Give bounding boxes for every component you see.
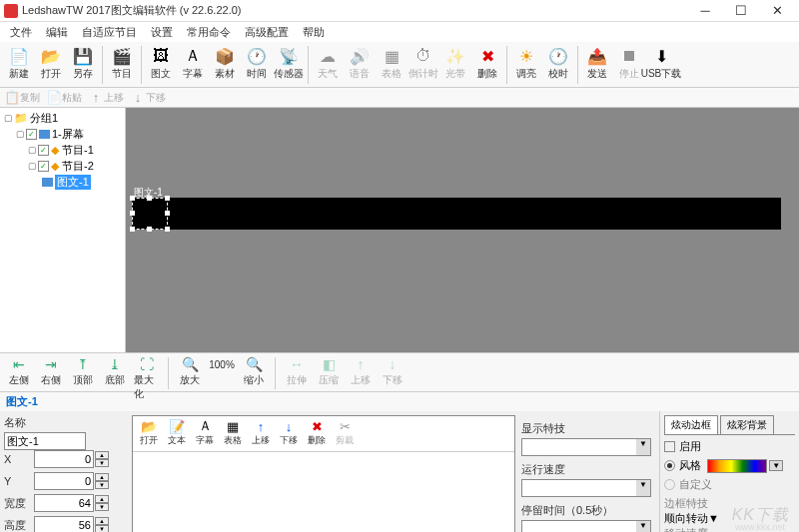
canvas[interactable]: 图文-1 bbox=[126, 108, 799, 352]
effects-panel: 显示特技 ▼ 运行速度 ▼ 停留时间（0.5秒） ▼ 字体样式 ▼ 字体色彩 ▼ bbox=[517, 411, 659, 532]
menu-帮助[interactable]: 帮助 bbox=[297, 23, 331, 42]
x-input[interactable] bbox=[34, 450, 94, 468]
align-toolbar: ⇤左侧⇥右侧⤒顶部⤓底部⛶最大化🔍放大100%🔍缩小↔拉伸◧压缩↑上移↓下移 bbox=[0, 352, 799, 392]
tree-group[interactable]: ▢📁分组1 bbox=[2, 110, 123, 126]
btn2-粘贴: 📄粘贴 bbox=[46, 90, 86, 106]
edit-上移[interactable]: ↑上移 bbox=[249, 418, 273, 447]
border-tabs: 炫动边框 炫彩背景 bbox=[664, 415, 795, 435]
edit-剪裁: ✂剪裁 bbox=[333, 418, 357, 447]
menu-自适应节目[interactable]: 自适应节目 bbox=[76, 23, 143, 42]
tab-background[interactable]: 炫彩背景 bbox=[720, 415, 774, 434]
selection-box[interactable] bbox=[132, 198, 168, 230]
window-buttons: ─ ☐ ✕ bbox=[687, 1, 795, 21]
menu-设置[interactable]: 设置 bbox=[145, 23, 179, 42]
edit-打开[interactable]: 📂打开 bbox=[137, 418, 161, 447]
btn-节目[interactable]: 🎬节目 bbox=[107, 44, 137, 83]
y-input[interactable] bbox=[34, 472, 94, 490]
menubar: 文件编辑自适应节目设置常用命令高级配置帮助 bbox=[0, 22, 799, 42]
name-input[interactable] bbox=[4, 432, 86, 450]
tree-prog2[interactable]: ▢✓◆ 节目-2 bbox=[2, 158, 123, 174]
style-preview[interactable] bbox=[707, 459, 767, 473]
edit-文本[interactable]: 📝文本 bbox=[165, 418, 189, 447]
btn-删除[interactable]: ✖删除 bbox=[472, 44, 502, 83]
bottom-panel: 名称 X▲▼ Y▲▼ 宽度▲▼ 高度▲▼ 📂打开📝文本Ａ字幕▦表格↑上移↓下移✖… bbox=[0, 411, 799, 532]
align-放大[interactable]: 🔍放大 bbox=[177, 355, 203, 387]
btn-传感器[interactable]: 📡传感器 bbox=[274, 44, 304, 83]
tree-panel: ▢📁分组1 ▢✓1-屏幕 ▢✓◆ 节目-1 ▢✓◆ 节目-2 图文-1 bbox=[0, 108, 126, 352]
minimize-button[interactable]: ─ bbox=[687, 1, 723, 21]
align-缩小[interactable]: 🔍缩小 bbox=[241, 355, 267, 387]
btn-USB下载[interactable]: ⬇USB下载 bbox=[646, 44, 676, 83]
btn-新建[interactable]: 📄新建 bbox=[4, 44, 34, 83]
canvas-content[interactable] bbox=[132, 198, 781, 230]
btn-打开[interactable]: 📂打开 bbox=[36, 44, 66, 83]
btn-倒计时: ⏱倒计时 bbox=[408, 44, 438, 83]
btn-时间[interactable]: 🕐时间 bbox=[242, 44, 272, 83]
custom-radio[interactable] bbox=[664, 479, 675, 490]
editor-panel: 📂打开📝文本Ａ字幕▦表格↑上移↓下移✖删除✂剪裁 bbox=[132, 415, 515, 532]
btn-调亮[interactable]: ☀调亮 bbox=[511, 44, 541, 83]
run-speed-combo[interactable]: ▼ bbox=[521, 479, 651, 497]
btn-字幕[interactable]: Ａ字幕 bbox=[178, 44, 208, 83]
edit-toolbar: 📋复制📄粘贴↑上移↓下移 bbox=[0, 88, 799, 108]
main-area: ▢📁分组1 ▢✓1-屏幕 ▢✓◆ 节目-1 ▢✓◆ 节目-2 图文-1 图文-1 bbox=[0, 108, 799, 352]
align-右侧[interactable]: ⇥右侧 bbox=[38, 355, 64, 387]
align-左侧[interactable]: ⇤左侧 bbox=[6, 355, 32, 387]
btn-另存[interactable]: 💾另存 bbox=[68, 44, 98, 83]
btn-语音: 🔊语音 bbox=[345, 44, 375, 83]
align-底部[interactable]: ⤓底部 bbox=[102, 355, 128, 387]
menu-文件[interactable]: 文件 bbox=[4, 23, 38, 42]
btn-素材[interactable]: 📦素材 bbox=[210, 44, 240, 83]
align-最大化[interactable]: ⛶最大化 bbox=[134, 355, 160, 401]
app-icon bbox=[4, 4, 18, 18]
window-title: LedshawTW 2017图文编辑软件 (v 22.6.22.0) bbox=[22, 3, 687, 18]
btn-天气: ☁天气 bbox=[313, 44, 343, 83]
tree-screen[interactable]: ▢✓1-屏幕 bbox=[2, 126, 123, 142]
btn-停止: ⏹停止 bbox=[614, 44, 644, 83]
border-panel: 炫动边框 炫彩背景 启用 风格 ▼ 自定义 边框特技 顺向转动▼ 移动速度 ▲▼ bbox=[659, 411, 799, 532]
align-顶部[interactable]: ⤒顶部 bbox=[70, 355, 96, 387]
tree-prog1[interactable]: ▢✓◆ 节目-1 bbox=[2, 142, 123, 158]
maximize-button[interactable]: ☐ bbox=[723, 1, 759, 21]
titlebar: LedshawTW 2017图文编辑软件 (v 22.6.22.0) ─ ☐ ✕ bbox=[0, 0, 799, 22]
btn-发送[interactable]: 📤发送 bbox=[582, 44, 612, 83]
tab-border[interactable]: 炫动边框 bbox=[664, 415, 718, 434]
menu-常用命令[interactable]: 常用命令 bbox=[181, 23, 237, 42]
btn-校时[interactable]: 🕐校时 bbox=[543, 44, 573, 83]
align-拉伸: ↔拉伸 bbox=[284, 355, 310, 387]
edit-下移[interactable]: ↓下移 bbox=[277, 418, 301, 447]
edit-删除[interactable]: ✖删除 bbox=[305, 418, 329, 447]
align-下移: ↓下移 bbox=[380, 355, 405, 387]
stay-time-combo[interactable]: ▼ bbox=[521, 520, 651, 532]
edit-字幕[interactable]: Ａ字幕 bbox=[193, 418, 217, 447]
editor-toolbar: 📂打开📝文本Ａ字幕▦表格↑上移↓下移✖删除✂剪裁 bbox=[133, 416, 514, 452]
close-button[interactable]: ✕ bbox=[759, 1, 795, 21]
height-input[interactable] bbox=[34, 516, 94, 532]
align-压缩: ◧压缩 bbox=[316, 355, 342, 387]
tree-item-selected[interactable]: 图文-1 bbox=[2, 174, 123, 190]
btn-光带: ✨光带 bbox=[440, 44, 470, 83]
btn2-上移: ↑上移 bbox=[88, 90, 128, 106]
btn2-复制: 📋复制 bbox=[4, 90, 44, 106]
enable-checkbox[interactable] bbox=[664, 441, 675, 452]
btn-图文[interactable]: 🖼图文 bbox=[146, 44, 176, 83]
editor-content[interactable] bbox=[133, 452, 514, 532]
width-input[interactable] bbox=[34, 494, 94, 512]
section-label: 图文-1 bbox=[0, 392, 799, 411]
menu-高级配置[interactable]: 高级配置 bbox=[239, 23, 295, 42]
btn2-下移: ↓下移 bbox=[130, 90, 170, 106]
menu-编辑[interactable]: 编辑 bbox=[40, 23, 74, 42]
align-上移: ↑上移 bbox=[348, 355, 374, 387]
border-tech-combo[interactable]: 顺向转动▼ bbox=[664, 511, 795, 526]
name-label: 名称 bbox=[4, 415, 126, 430]
style-radio[interactable] bbox=[664, 460, 675, 471]
btn-表格: ▦表格 bbox=[377, 44, 406, 83]
main-toolbar: 📄新建📂打开💾另存🎬节目🖼图文Ａ字幕📦素材🕐时间📡传感器☁天气🔊语音▦表格⏱倒计… bbox=[0, 42, 799, 88]
display-tech-combo[interactable]: ▼ bbox=[521, 438, 651, 456]
edit-表格[interactable]: ▦表格 bbox=[221, 418, 245, 447]
properties-panel: 名称 X▲▼ Y▲▼ 宽度▲▼ 高度▲▼ bbox=[0, 411, 130, 532]
align-100%[interactable]: 100% bbox=[209, 355, 235, 373]
